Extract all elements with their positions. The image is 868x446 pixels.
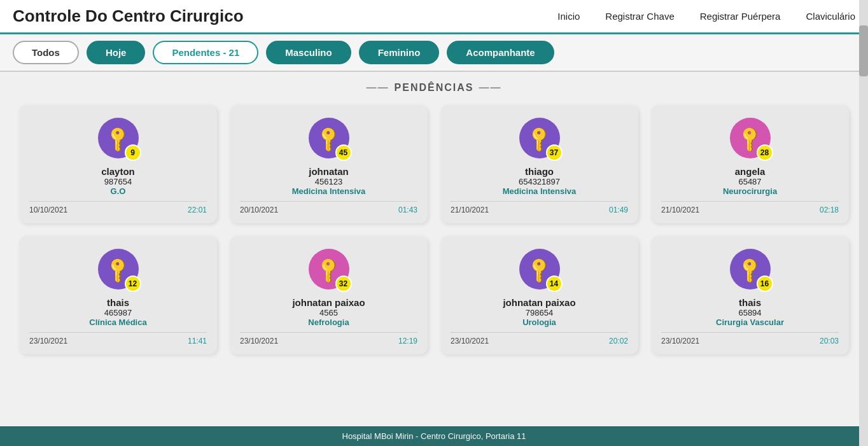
card-name-7: thais (739, 297, 761, 308)
badge-3: 28 (757, 144, 773, 161)
card-footer-0: 10/10/2021 22:01 (29, 201, 207, 214)
card-0[interactable]: 🔑 9 clayton 987654 G.O 10/10/2021 22:01 (19, 105, 217, 223)
card-name-6: johnatan paixao (503, 297, 575, 308)
avatar-wrapper-4: 🔑 12 (98, 249, 139, 289)
cards-container: 🔑 9 clayton 987654 G.O 10/10/2021 22:01 … (0, 99, 868, 367)
card-footer-1: 20/10/2021 01:43 (240, 201, 417, 214)
avatar-wrapper-7: 🔑 16 (730, 249, 771, 289)
card-3[interactable]: 🔑 28 angela 65487 Neurocirurgia 21/10/20… (651, 105, 849, 223)
badge-6: 14 (546, 275, 563, 292)
section-title: PENDÊNCIAS (0, 72, 868, 99)
card-footer-6: 23/10/2021 20:02 (451, 332, 628, 345)
card-footer-7: 23/10/2021 20:03 (661, 332, 839, 345)
badge-4: 12 (125, 275, 141, 292)
card-footer-4: 23/10/2021 11:41 (29, 332, 207, 345)
card-name-3: angela (735, 166, 766, 177)
header: Controle Do Centro Cirurgico InicioRegis… (0, 0, 868, 34)
nav-registrar-chave[interactable]: Registrar Chave (605, 11, 674, 22)
card-id-1: 456123 (315, 177, 342, 186)
card-dept-5: Nefrologia (308, 317, 349, 327)
card-id-5: 4565 (319, 308, 338, 317)
filter-pendentes[interactable]: Pendentes - 21 (153, 41, 258, 64)
filter-feminino[interactable]: Feminino (359, 41, 440, 64)
card-name-4: thais (107, 297, 129, 308)
card-id-0: 987654 (104, 177, 132, 186)
card-footer-3: 21/10/2021 02:18 (661, 201, 839, 214)
card-time-5: 12:19 (398, 337, 417, 345)
card-id-7: 65894 (738, 308, 761, 317)
badge-0: 9 (125, 144, 141, 161)
badge-1: 45 (335, 144, 352, 161)
card-time-6: 20:02 (609, 337, 628, 345)
card-dept-7: Cirurgia Vascular (716, 317, 784, 327)
card-id-6: 798654 (526, 308, 553, 317)
card-dept-3: Neurocirurgia (723, 186, 777, 196)
filter-hoje[interactable]: Hoje (87, 41, 146, 64)
scrollbar-track[interactable] (859, 0, 868, 446)
card-time-4: 11:41 (188, 337, 207, 345)
card-dept-6: Urologia (522, 317, 556, 327)
card-date-2: 21/10/2021 (451, 206, 489, 214)
card-date-1: 20/10/2021 (240, 206, 278, 214)
card-dept-2: Medicina Intensiva (503, 186, 577, 196)
card-date-7: 23/10/2021 (661, 337, 699, 345)
card-time-7: 20:03 (820, 337, 839, 345)
card-6[interactable]: 🔑 14 johnatan paixao 798654 Urologia 23/… (440, 236, 638, 354)
card-date-5: 23/10/2021 (240, 337, 278, 345)
avatar-wrapper-6: 🔑 14 (519, 249, 560, 289)
card-footer-5: 23/10/2021 12:19 (240, 332, 417, 345)
card-2[interactable]: 🔑 37 thiago 654321897 Medicina Intensiva… (440, 105, 638, 223)
card-name-5: johnatan paixao (292, 297, 365, 308)
main-nav: InicioRegistrar ChaveRegistrar PuérperaC… (557, 11, 855, 22)
badge-7: 16 (757, 275, 773, 292)
filter-masculino[interactable]: Masculino (266, 41, 351, 64)
footer: Hospital MBoi Mirin - Centro Cirurgico, … (0, 426, 868, 446)
nav-claviculario[interactable]: Claviculário (806, 11, 855, 22)
card-date-3: 21/10/2021 (661, 206, 699, 214)
footer-text: Hospital MBoi Mirin - Centro Cirurgico, … (342, 431, 526, 441)
filter-acompanhante[interactable]: Acompanhante (447, 41, 554, 64)
nav-registrar-puerpera[interactable]: Registrar Puérpera (700, 11, 781, 22)
card-name-1: johnatan (309, 166, 349, 177)
card-id-4: 465987 (104, 308, 132, 317)
nav-inicio[interactable]: Inicio (557, 11, 580, 22)
scrollbar-thumb[interactable] (859, 25, 868, 76)
card-time-3: 02:18 (820, 206, 839, 214)
card-time-0: 22:01 (188, 206, 207, 214)
avatar-wrapper-3: 🔑 28 (730, 118, 771, 158)
card-4[interactable]: 🔑 12 thais 465987 Clínica Médica 23/10/2… (19, 236, 217, 354)
card-id-3: 65487 (738, 177, 761, 186)
card-date-4: 23/10/2021 (29, 337, 67, 345)
card-5[interactable]: 🔑 32 johnatan paixao 4565 Nefrologia 23/… (230, 236, 428, 354)
avatar-wrapper-1: 🔑 45 (309, 118, 349, 158)
card-footer-2: 21/10/2021 01:49 (451, 201, 628, 214)
card-time-1: 01:43 (398, 206, 417, 214)
card-id-2: 654321897 (519, 177, 560, 186)
card-name-0: clayton (101, 166, 135, 177)
card-name-2: thiago (525, 166, 554, 177)
card-time-2: 01:49 (609, 206, 628, 214)
avatar-wrapper-0: 🔑 9 (98, 118, 139, 158)
avatar-wrapper-5: 🔑 32 (309, 249, 349, 289)
badge-2: 37 (546, 144, 563, 161)
filter-bar: TodosHojePendentes - 21MasculinoFeminino… (0, 34, 868, 72)
card-dept-0: G.O (111, 186, 126, 196)
card-date-0: 10/10/2021 (29, 206, 67, 214)
filter-todos[interactable]: Todos (13, 41, 79, 64)
card-date-6: 23/10/2021 (451, 337, 489, 345)
badge-5: 32 (335, 275, 352, 292)
card-dept-4: Clínica Médica (89, 317, 146, 327)
app-title: Controle Do Centro Cirurgico (13, 6, 557, 26)
card-1[interactable]: 🔑 45 johnatan 456123 Medicina Intensiva … (230, 105, 428, 223)
card-7[interactable]: 🔑 16 thais 65894 Cirurgia Vascular 23/10… (651, 236, 849, 354)
card-dept-1: Medicina Intensiva (292, 186, 366, 196)
avatar-wrapper-2: 🔑 37 (519, 118, 560, 158)
